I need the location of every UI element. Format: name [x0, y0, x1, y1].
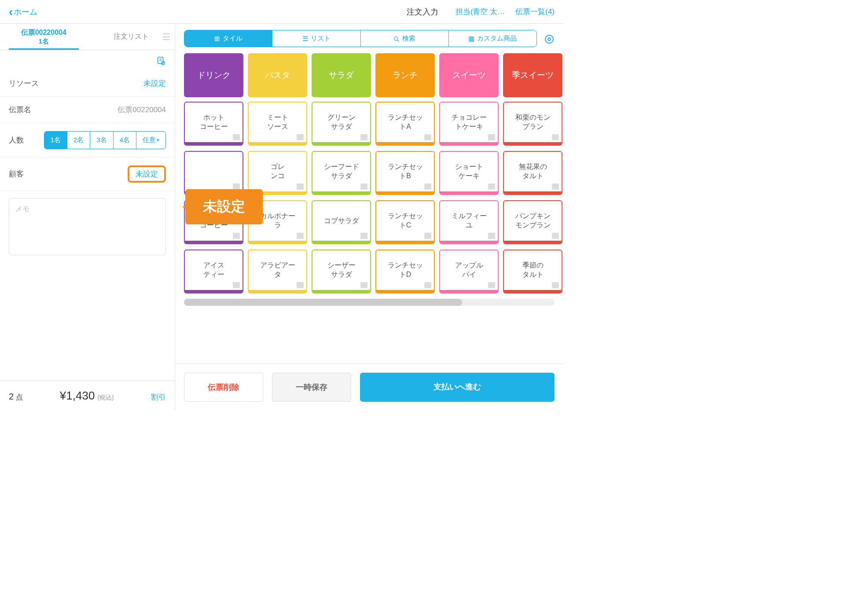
- delete-slip-button[interactable]: 伝票削除: [184, 373, 263, 402]
- svg-rect-0: [158, 57, 163, 64]
- product-item-0-4[interactable]: チョコレー トケーキ: [439, 102, 499, 146]
- product-item-1-2[interactable]: シーフード サラダ: [312, 151, 371, 195]
- chevron-down-icon: ▾: [157, 137, 159, 143]
- product-item-3-4[interactable]: アップル パイ: [439, 249, 499, 293]
- scrollbar-thumb[interactable]: [184, 299, 462, 306]
- slip-name-row[interactable]: 伝票名 伝票00220004: [0, 97, 175, 123]
- list-icon: ☰: [302, 35, 308, 43]
- category-4[interactable]: スイーツ: [439, 53, 499, 97]
- temp-save-button[interactable]: 一時保存: [272, 373, 351, 402]
- memo-input[interactable]: メモ: [9, 198, 166, 255]
- calc-icon: ▦: [468, 35, 474, 43]
- category-2[interactable]: サラダ: [312, 53, 371, 97]
- product-item-1-5[interactable]: 無花果の タルト: [503, 151, 562, 195]
- receipt-settings-icon[interactable]: [156, 55, 166, 66]
- resource-row[interactable]: リソース 未設定: [0, 70, 175, 97]
- product-item-3-3[interactable]: ランチセッ トD: [375, 249, 435, 293]
- horizontal-scrollbar[interactable]: [184, 299, 555, 306]
- resource-label: リソース: [9, 78, 39, 88]
- people-opt-3[interactable]: 3名: [90, 132, 113, 149]
- product-item-3-0[interactable]: アイス ティー: [184, 249, 243, 293]
- people-opt-2[interactable]: 2名: [67, 132, 90, 149]
- product-item-3-2[interactable]: シーザー サラダ: [312, 249, 371, 293]
- callout-tooltip: 未設定: [185, 189, 263, 224]
- category-3[interactable]: ランチ: [375, 53, 435, 97]
- product-item-1-4[interactable]: ショート ケーキ: [439, 151, 499, 195]
- slip-name-value: 伝票00220004: [118, 105, 166, 115]
- slip-number: 伝票00220004: [21, 28, 66, 37]
- back-label: ホーム: [14, 7, 37, 17]
- resource-value: 未設定: [143, 78, 166, 88]
- svg-point-3: [545, 35, 553, 43]
- slip-people: 1名: [39, 37, 49, 46]
- product-item-1-0[interactable]: [184, 151, 243, 195]
- product-item-2-2[interactable]: コブサラダ: [312, 200, 371, 244]
- category-1[interactable]: パスタ: [248, 53, 307, 97]
- tile-icon: ⊞: [214, 35, 220, 43]
- svg-point-4: [548, 38, 551, 40]
- proceed-payment-button[interactable]: 支払いへ進む: [360, 373, 555, 402]
- item-count: 2: [9, 392, 14, 401]
- total-price: ¥1,430: [60, 389, 95, 403]
- back-button[interactable]: ‹ ホーム: [9, 5, 37, 19]
- view-tile[interactable]: ⊞タイル: [184, 30, 272, 47]
- tab-slip-info[interactable]: 伝票00220004 1名: [0, 24, 88, 50]
- chevron-left-icon: ‹: [9, 5, 13, 19]
- product-item-3-1[interactable]: アラビアー タ: [248, 249, 307, 293]
- customer-row[interactable]: 顧客 未設定: [0, 158, 175, 191]
- item-count-unit: 点: [16, 393, 23, 401]
- view-list[interactable]: ☰リスト: [272, 30, 360, 47]
- people-row: 人数 1名 2名 3名 4名 任意▾: [0, 123, 175, 158]
- search-icon: [393, 35, 400, 42]
- tax-label: (税込): [97, 394, 114, 402]
- product-item-1-3[interactable]: ランチセッ トB: [375, 151, 435, 195]
- svg-point-2: [394, 37, 398, 40]
- customer-label: 顧客: [9, 169, 24, 179]
- tab-order-list[interactable]: 注文リスト ☰: [88, 24, 175, 50]
- slips-link[interactable]: 伝票一覧(4): [515, 7, 555, 17]
- product-item-0-0[interactable]: ホット コーヒー: [184, 102, 243, 146]
- product-item-2-4[interactable]: ミルフィー ユ: [439, 200, 499, 244]
- product-item-1-1[interactable]: ゴレ ンコ: [248, 151, 307, 195]
- category-0[interactable]: ドリンク: [184, 53, 243, 97]
- view-search[interactable]: 検索: [361, 30, 449, 47]
- gear-icon[interactable]: [544, 33, 555, 44]
- page-title: 注文入力: [407, 7, 438, 17]
- customer-value[interactable]: 未設定: [128, 165, 166, 183]
- list-icon: ☰: [162, 32, 170, 42]
- product-item-0-5[interactable]: 和栗のモン ブラン: [503, 102, 562, 146]
- category-5[interactable]: 季スイーツ: [503, 53, 562, 97]
- people-segment: 1名 2名 3名 4名 任意▾: [44, 131, 166, 149]
- people-opt-1[interactable]: 1名: [44, 132, 67, 149]
- product-item-0-2[interactable]: グリーン サラダ: [312, 102, 371, 146]
- view-segment: ⊞タイル ☰リスト 検索 ▦カスタム商品: [184, 30, 537, 47]
- staff-link[interactable]: 担当(青空 太…: [456, 7, 505, 17]
- product-item-0-3[interactable]: ランチセッ トA: [375, 102, 435, 146]
- order-list-label: 注文リスト: [114, 32, 149, 41]
- people-opt-any[interactable]: 任意▾: [136, 132, 165, 149]
- product-item-3-5[interactable]: 季節の タルト: [503, 249, 562, 293]
- view-custom[interactable]: ▦カスタム商品: [449, 30, 536, 47]
- people-opt-4[interactable]: 4名: [114, 132, 136, 149]
- slip-name-label: 伝票名: [9, 105, 31, 115]
- product-item-2-3[interactable]: ランチセッ トC: [375, 200, 435, 244]
- product-item-2-5[interactable]: パンプキン モンブラン: [503, 200, 562, 244]
- product-item-0-1[interactable]: ミート ソース: [248, 102, 307, 146]
- discount-button[interactable]: 割引: [151, 392, 166, 402]
- people-label: 人数: [9, 135, 24, 145]
